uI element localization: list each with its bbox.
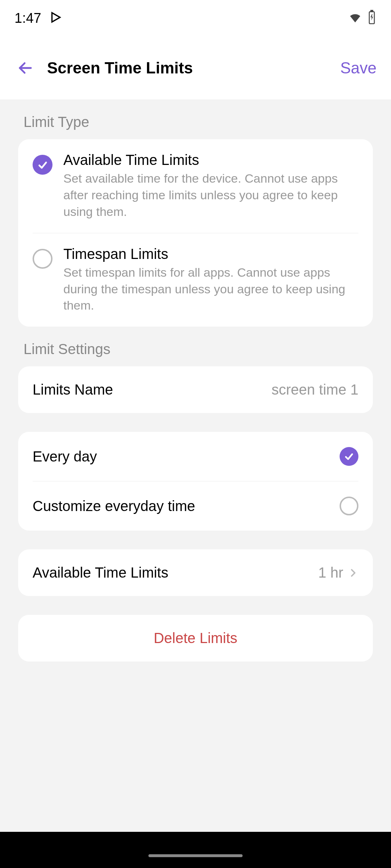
chevron-right-icon: [348, 566, 358, 580]
delete-limits-button[interactable]: Delete Limits: [18, 615, 373, 661]
available-time-row: Available Time Limits 1 hr: [18, 549, 373, 596]
available-time-value: 1 hr: [318, 565, 343, 581]
status-left: 1:47: [14, 10, 62, 26]
schedule-option-everyday[interactable]: Every day: [18, 432, 373, 481]
battery-icon: [367, 10, 377, 26]
app-header: Screen Time Limits Save: [0, 36, 391, 99]
available-time-card[interactable]: Available Time Limits 1 hr: [18, 549, 373, 596]
status-right: [348, 10, 377, 26]
nav-indicator[interactable]: [148, 854, 243, 857]
available-time-right: 1 hr: [318, 565, 358, 581]
limits-name-label: Limits Name: [33, 382, 113, 398]
option-title: Timespan Limits: [63, 246, 358, 262]
schedule-label: Customize everyday time: [33, 498, 195, 514]
schedule-card: Every day Customize everyday time: [18, 432, 373, 531]
limits-name-value: screen time 1: [272, 382, 358, 398]
limit-type-option-available[interactable]: Available Time Limits Set available time…: [18, 139, 373, 233]
play-store-icon: [49, 10, 62, 26]
limits-name-row: Limits Name screen time 1: [18, 366, 373, 413]
radio-unselected-icon: [33, 249, 52, 269]
back-button[interactable]: [14, 57, 36, 79]
limit-type-card: Available Time Limits Set available time…: [18, 139, 373, 327]
svg-rect-2: [371, 10, 373, 12]
limit-settings-section-title: Limit Settings: [18, 327, 373, 366]
status-bar: 1:47: [0, 0, 391, 36]
limits-name-card[interactable]: Limits Name screen time 1: [18, 366, 373, 413]
option-title: Available Time Limits: [63, 152, 358, 168]
limit-type-option-timespan[interactable]: Timespan Limits Set timespan limits for …: [33, 233, 358, 327]
system-nav-bar: [0, 832, 391, 868]
content-area: Limit Type Available Time Limits Set ava…: [0, 99, 391, 832]
limit-type-section-title: Limit Type: [18, 99, 373, 139]
save-button[interactable]: Save: [340, 59, 377, 77]
page-title: Screen Time Limits: [47, 59, 340, 77]
arrow-left-icon: [17, 60, 34, 76]
radio-selected-icon: [33, 155, 52, 175]
option-description: Set timespan limits for all apps. Cannot…: [63, 264, 358, 314]
available-time-label: Available Time Limits: [33, 565, 168, 581]
radio-unselected-icon: [340, 497, 358, 515]
wifi-icon: [348, 10, 363, 26]
schedule-label: Every day: [33, 448, 97, 465]
check-icon: [37, 159, 49, 171]
schedule-option-customize[interactable]: Customize everyday time: [33, 481, 358, 531]
check-icon: [344, 451, 354, 462]
option-description: Set available time for the device. Canno…: [63, 170, 358, 220]
delete-label: Delete Limits: [33, 630, 358, 646]
status-time: 1:47: [14, 10, 41, 26]
svg-marker-0: [52, 13, 60, 22]
radio-selected-icon: [340, 447, 358, 466]
